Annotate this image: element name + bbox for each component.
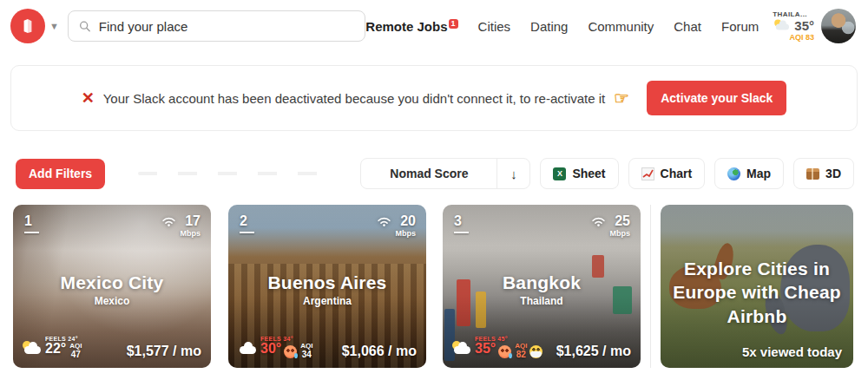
city-name: Buenos Aires: [228, 272, 426, 293]
chevron-down-icon: ▼: [49, 21, 59, 31]
3d-view-button[interactable]: 3D: [793, 158, 854, 189]
search-input[interactable]: [99, 19, 355, 34]
mask-face-emoji: [529, 345, 542, 358]
package-icon: [806, 168, 819, 180]
3d-view-label: 3D: [825, 167, 841, 180]
chart-view-label: Chart: [661, 167, 693, 180]
sheet-view-label: Sheet: [572, 167, 605, 180]
nav-remote-jobs[interactable]: Remote Jobs1: [365, 19, 457, 34]
user-avatar[interactable]: [821, 9, 856, 43]
cross-mark-icon: ✕: [82, 88, 95, 108]
hot-face-emoji: [498, 345, 511, 358]
map-view-label: Map: [746, 167, 771, 180]
filter-toolbar: Add Filters Nomad Score ↓ Sheet Chart Ma…: [16, 158, 854, 189]
add-filters-button[interactable]: Add Filters: [16, 159, 105, 189]
nav-forum[interactable]: Forum: [721, 19, 759, 34]
map-glyph: [18, 16, 37, 36]
sort-direction-toggle[interactable]: ↓: [496, 159, 529, 188]
sort-select[interactable]: Nomad Score ↓: [360, 158, 530, 189]
city-cards-row: 1 17 Mbps Mexico City Mexico FEELS 24°: [13, 205, 855, 368]
nomadlist-logo-icon[interactable]: [10, 9, 45, 43]
hot-face-emoji: [284, 345, 297, 358]
wifi-icon: [377, 215, 391, 227]
city-card-mexico-city[interactable]: 1 17 Mbps Mexico City Mexico FEELS 24°: [13, 205, 211, 368]
rank-badge: 1: [24, 213, 39, 233]
remote-jobs-badge: 1: [449, 19, 458, 29]
city-card-bangkok[interactable]: 3 25 Mbps Bangkok Thailand FEELS 45°: [443, 205, 641, 368]
slack-deactivated-banner: ✕ Your Slack account has been deactivate…: [10, 65, 858, 131]
weather-temp: 35°: [794, 18, 814, 33]
nav-cities[interactable]: Cities: [478, 19, 511, 34]
monthly-cost: $1,625 / mo: [556, 344, 631, 359]
weather-location-label: THAILA...: [773, 10, 814, 18]
city-name: Bangkok: [443, 272, 641, 293]
wifi-speed-unit: Mbps: [610, 230, 631, 238]
wifi-speed-value: 25: [610, 214, 631, 228]
rank-badge: 2: [240, 213, 254, 233]
top-navigation-bar: ▼ Remote Jobs1 Cities Dating Community C…: [0, 0, 868, 52]
aqi-value: 34: [302, 351, 312, 359]
wifi-icon: [591, 215, 606, 227]
promo-view-count: 5x viewed today: [742, 344, 842, 359]
city-name: Mexico City: [13, 272, 211, 293]
internet-speed: 17 Mbps: [161, 214, 201, 238]
city-card-buenos-aires[interactable]: 2 20 Mbps Buenos Aires Argentina FEELS 3…: [228, 205, 426, 368]
aqi-value: 47: [71, 351, 81, 359]
country-name: Mexico: [13, 295, 211, 307]
sheet-view-button[interactable]: Sheet: [540, 158, 618, 189]
pointing-right-icon: ☞: [614, 88, 629, 108]
country-name: Argentina: [228, 295, 426, 307]
promo-title: Explore Cities in Europe with Cheap Airb…: [673, 257, 841, 328]
chart-icon: [641, 167, 654, 180]
aqi-label: AQI: [300, 343, 312, 350]
monthly-cost: $1,577 / mo: [127, 344, 201, 359]
sun-behind-cloud-icon: [452, 341, 471, 355]
wifi-speed-value: 17: [181, 214, 201, 228]
wifi-speed-unit: Mbps: [396, 230, 417, 238]
climate-info: FEELS 45° 35° AQI 82: [452, 336, 542, 359]
globe-icon: [727, 167, 740, 180]
nav-dating[interactable]: Dating: [530, 19, 568, 34]
aqi-label: AQI: [515, 343, 527, 350]
sort-selected-value: Nomad Score: [361, 159, 496, 188]
cards-divider: [650, 205, 651, 368]
climate-info: FEELS 34° 30° AQI 34: [238, 336, 312, 359]
temperature-value: 22°: [45, 342, 66, 356]
rank-badge: 3: [454, 213, 469, 233]
search-icon: [79, 20, 91, 33]
climate-info: FEELS 24° 22° AQI 47: [23, 336, 82, 359]
weather-aqi: AQI 83: [773, 33, 814, 42]
sun-behind-cloud-icon: [775, 20, 791, 31]
chart-view-button[interactable]: Chart: [628, 158, 706, 189]
sun-behind-cloud-icon: [23, 341, 42, 355]
aqi-value: 82: [516, 351, 526, 359]
monthly-cost: $1,066 / mo: [342, 344, 417, 359]
country-name: Thailand: [443, 295, 641, 307]
nav-chat[interactable]: Chat: [674, 19, 701, 34]
banner-message: Your Slack account has been deactivated …: [103, 91, 606, 106]
logo-menu[interactable]: ▼: [10, 9, 59, 43]
faded-filters-placeholder: [138, 172, 327, 175]
cloud-icon: [238, 341, 257, 355]
internet-speed: 20 Mbps: [377, 214, 417, 238]
internet-speed: 25 Mbps: [591, 214, 631, 238]
spreadsheet-icon: [553, 167, 566, 180]
search-bar[interactable]: [68, 10, 365, 42]
temperature-value: 30°: [260, 342, 281, 356]
nav-community[interactable]: Community: [588, 19, 654, 34]
map-view-button[interactable]: Map: [714, 158, 784, 189]
aqi-label: AQI: [69, 343, 82, 350]
promo-card-europe-airbnb[interactable]: Explore Cities in Europe with Cheap Airb…: [661, 205, 853, 368]
current-location-weather-widget[interactable]: THAILA... 35° AQI 83: [773, 10, 814, 43]
activate-slack-button[interactable]: Activate your Slack: [647, 81, 786, 115]
main-nav: Remote Jobs1 Cities Dating Community Cha…: [365, 19, 759, 34]
wifi-icon: [161, 215, 176, 227]
temperature-value: 35°: [475, 342, 496, 356]
wifi-speed-unit: Mbps: [181, 230, 201, 238]
wifi-speed-value: 20: [396, 214, 417, 228]
